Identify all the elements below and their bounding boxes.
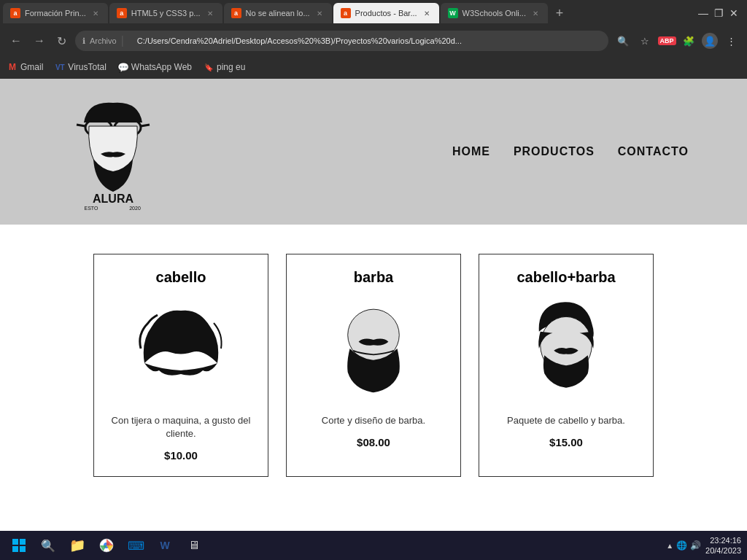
browser-chrome: a Formación Prin... ✕ a HTML5 y CSS3 p..… <box>0 0 747 79</box>
products-section: cabello Con tijera o maquina, a gusto de… <box>0 225 747 506</box>
tab-bar: a Formación Prin... ✕ a HTML5 y CSS3 p..… <box>0 0 747 26</box>
tab-2-close[interactable]: ✕ <box>205 8 215 18</box>
svg-point-8 <box>348 309 400 361</box>
close-button[interactable]: ✕ <box>729 7 738 19</box>
logo-svg: ALURA ESTO 2020 <box>66 90 160 214</box>
product-title-cabello: cabello <box>156 269 206 286</box>
svg-line-4 <box>141 125 150 126</box>
protocol-label: Archivo <box>90 36 117 45</box>
tab-1-close[interactable]: ✕ <box>90 8 101 18</box>
product-card-cabello: cabello Con tijera o maquina, a gusto de… <box>93 254 268 477</box>
svg-line-3 <box>77 125 85 126</box>
separator: | <box>121 34 124 47</box>
site-header: ALURA ESTO 2020 HOME PRODUCTOS CONTACTO <box>0 79 747 225</box>
abp-badge: ABP <box>658 36 676 45</box>
bookmarks-bar: M Gmail VT VirusTotal 💬 WhatsApp Web 🔖 p… <box>0 55 747 79</box>
nav-menu: HOME PRODUCTOS CONTACTO <box>452 145 689 158</box>
nav-contacto[interactable]: CONTACTO <box>618 145 689 158</box>
tab-3-label: No se alinean lo... <box>246 9 310 18</box>
nav-home[interactable]: HOME <box>452 145 490 158</box>
both-svg <box>519 298 614 400</box>
profile-icon[interactable]: 👤 <box>702 33 718 49</box>
product-image-cabello <box>130 298 232 400</box>
bookmark-virustotal-label: VirusTotal <box>68 62 106 72</box>
extensions-icon[interactable]: 🧩 <box>680 32 697 50</box>
gmail-favicon: M <box>7 62 18 72</box>
product-image-barba <box>322 298 425 400</box>
back-button[interactable]: ← <box>7 33 25 49</box>
tab-4-label: Productos - Bar... <box>355 9 417 18</box>
abp-icon[interactable]: ABP <box>658 32 676 50</box>
svg-text:ALURA: ALURA <box>93 192 133 205</box>
product-desc-barba: Corte y diseño de barba. <box>322 414 425 427</box>
menu-icon[interactable]: ⋮ <box>722 32 740 50</box>
tab-2[interactable]: a HTML5 y CSS3 p... ✕ <box>109 3 222 23</box>
refresh-button[interactable]: ↻ <box>54 33 69 50</box>
product-desc-cabello: Con tijera o maquina, a gusto del client… <box>106 414 256 440</box>
bookmark-gmail-label: Gmail <box>20 62 43 72</box>
tab-1[interactable]: a Formación Prin... ✕ <box>3 3 108 23</box>
tab-5-label: W3Schools Onli... <box>462 9 526 18</box>
svg-text:2020: 2020 <box>129 206 141 211</box>
tab-4-favicon: a <box>341 8 351 18</box>
whatsapp-favicon: 💬 <box>118 62 128 72</box>
tab-1-label: Formación Prin... <box>25 9 86 18</box>
product-card-barba: barba Corte y diseño de barba. $08.00 <box>286 254 461 477</box>
product-card-both: cabello+barba Paquete de cabel <box>479 254 654 477</box>
nav-productos[interactable]: PRODUCTOS <box>514 145 595 158</box>
bookmark-icon[interactable]: ☆ <box>636 32 654 50</box>
tab-5[interactable]: W W3Schools Onli... ✕ <box>441 3 548 23</box>
logo-area: ALURA ESTO 2020 <box>58 86 168 217</box>
bookmark-gmail[interactable]: M Gmail <box>7 62 43 72</box>
product-title-barba: barba <box>354 269 393 286</box>
product-desc-both: Paquete de cabello y barba. <box>507 414 625 427</box>
search-icon[interactable]: 🔍 <box>614 32 632 50</box>
tab-3-favicon: a <box>231 8 241 18</box>
tab-3-close[interactable]: ✕ <box>314 8 325 18</box>
minimize-button[interactable]: — <box>698 7 708 19</box>
bookmark-ping[interactable]: 🔖 ping eu <box>204 62 245 72</box>
svg-text:ESTO: ESTO <box>85 206 98 211</box>
product-price-both: $15.00 <box>549 436 583 448</box>
bookmark-whatsapp-label: WhatsApp Web <box>131 62 192 72</box>
bookmark-ping-label: ping eu <box>217 62 245 72</box>
bookmark-whatsapp[interactable]: 💬 WhatsApp Web <box>118 62 192 72</box>
tab-3[interactable]: a No se alinean lo... ✕ <box>224 3 332 23</box>
toolbar-icons: 🔍 ☆ ABP 🧩 👤 ⋮ <box>614 32 740 50</box>
address-bar: ← → ↻ ℹ Archivo | 🔍 ☆ ABP 🧩 👤 ⋮ <box>0 26 747 55</box>
window-controls: — ❐ ✕ <box>698 7 744 19</box>
product-title-both: cabello+barba <box>516 269 615 286</box>
bookmark-virustotal[interactable]: VT VirusTotal <box>55 62 106 72</box>
beard-svg <box>326 301 421 396</box>
site-wrapper: ALURA ESTO 2020 HOME PRODUCTOS CONTACTO … <box>0 79 747 506</box>
url-input[interactable] <box>128 31 601 51</box>
lock-icon: ℹ <box>82 36 85 46</box>
tab-4-close[interactable]: ✕ <box>422 8 432 18</box>
hair-svg <box>130 305 232 392</box>
virustotal-favicon: VT <box>55 62 65 72</box>
product-image-both <box>515 298 617 400</box>
forward-button[interactable]: → <box>31 33 48 49</box>
tab-5-favicon: W <box>448 8 458 18</box>
product-price-cabello: $10.00 <box>164 449 198 462</box>
tab-2-label: HTML5 y CSS3 p... <box>131 9 201 18</box>
tab-2-favicon: a <box>117 8 127 18</box>
ping-favicon: 🔖 <box>204 62 214 72</box>
product-price-barba: $08.00 <box>357 436 390 448</box>
tab-5-close[interactable]: ✕ <box>530 8 541 18</box>
tab-4[interactable]: a Productos - Bar... ✕ <box>333 3 439 23</box>
tab-1-favicon: a <box>10 8 20 18</box>
restore-button[interactable]: ❐ <box>714 7 724 19</box>
new-tab-button[interactable]: + <box>549 3 570 23</box>
